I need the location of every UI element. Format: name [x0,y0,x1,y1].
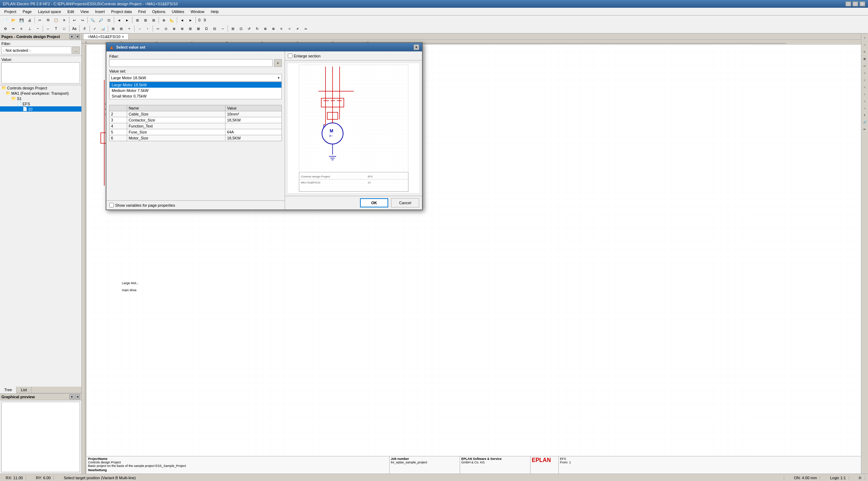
menu-window[interactable]: Window [188,9,207,14]
rs-btn-5[interactable]: ∾ [862,63,868,69]
tb-extra2[interactable]: ⊡ [237,25,245,32]
tb-arrow2[interactable]: ↑ [144,25,151,32]
tb-cross-ref[interactable]: ↔ [44,25,52,32]
tb-measure[interactable]: 📐 [168,16,176,24]
tb-arrow1[interactable]: → [136,25,143,32]
tb-grid3[interactable]: ⊞ [150,16,157,24]
tb-potential[interactable]: ⊥ [26,25,33,32]
dropdown-item-large-motor[interactable]: Large Motor 18.5kW [110,82,281,88]
tb-prev-page[interactable]: ◄ [178,16,186,24]
tb-grid1[interactable]: ⊞ [134,16,141,24]
tb-zoom-out[interactable]: 🔎 [97,16,105,24]
tb-sym6[interactable]: ⊠ [194,25,202,32]
tb-wire[interactable]: ━ [10,25,17,32]
rs-btn-9[interactable]: ○ [862,91,868,97]
maximize-button[interactable]: □ [852,1,858,6]
rs-btn-2[interactable]: ↔ [862,42,868,48]
tb-left[interactable]: ◄ [115,16,123,24]
filter-select[interactable]: - Not activated - [1,46,72,54]
menu-layout-space[interactable]: Layout space [35,9,64,14]
tb-print[interactable]: 🖨 [26,16,33,24]
enlarge-section-checkbox[interactable] [288,54,292,58]
menu-edit[interactable]: Edit [64,9,77,14]
rs-btn-7[interactable]: ○ [862,77,868,83]
dialog-close-btn[interactable]: × [414,44,419,50]
tab-tree[interactable]: Tree [0,387,17,393]
dropdown-item-small-motor[interactable]: Small Motor 0.75kW [110,93,281,99]
tree-item-ma1[interactable]: 📁 MA1 (Feed workpiece: Transport) [0,90,81,96]
tb-extra5[interactable]: ⊕ [261,25,269,32]
show-variables-checkbox[interactable] [109,203,114,207]
menu-utilities[interactable]: Utilities [169,9,187,14]
tree-item-efs[interactable]: 📄 EFS [0,101,81,106]
rs-btn-13[interactable]: 🔗 [862,119,868,125]
filter-options-btn[interactable]: … [72,46,80,54]
tb-paste[interactable]: 📋 [52,16,60,24]
menu-find[interactable]: Find [135,9,148,14]
tb-sym8[interactable]: ⊟ [211,25,218,32]
tb-new[interactable]: 📄 [1,16,9,24]
tb-zoom-fit[interactable]: ⊡ [105,16,113,24]
dialog-filter-input[interactable] [109,59,273,67]
tb-extra9[interactable]: ≠ [294,25,302,32]
tb-text[interactable]: T [52,25,60,32]
tb-add1[interactable]: + [125,25,133,32]
tb-signal[interactable]: ~ [34,25,42,32]
tb-extra6[interactable]: ⊗ [269,25,277,32]
tb-check[interactable]: ✓ [91,25,99,32]
tb-sym9[interactable]: ∼ [219,25,227,32]
cancel-button[interactable]: Cancel [391,198,419,207]
menu-view[interactable]: View [78,9,92,14]
rs-btn-14[interactable]: ✏ [862,126,868,132]
page-tab-efs10[interactable]: =MA1+S1&EFS/10 × [83,33,129,39]
page-tab-close[interactable]: × [122,35,124,39]
tb-extra4[interactable]: ↻ [253,25,261,32]
menu-project[interactable]: Project [1,9,19,14]
rs-btn-8[interactable]: ○ [862,84,868,90]
tb-redo[interactable]: ↪ [79,16,86,24]
minimize-button[interactable]: ─ [845,1,851,6]
tb-delete[interactable]: ✕ [60,16,68,24]
tb-sym2[interactable]: ⊙ [162,25,170,32]
tb-next-page[interactable]: ► [187,16,194,24]
tb-extra8[interactable]: ≈ [286,25,293,32]
rs-btn-11[interactable]: ○ [862,105,868,111]
rs-btn-3[interactable]: ↖ [862,49,868,55]
tb-sym5[interactable]: ⊞ [186,25,194,32]
tab-list[interactable]: List [17,387,31,393]
tb-save[interactable]: 💾 [18,16,25,24]
menu-options[interactable]: Options [149,9,168,14]
tb-copy[interactable]: ⧉ [44,16,52,24]
tb-sym4[interactable]: ⊕ [178,25,186,32]
menu-help[interactable]: Help [208,9,222,14]
tb-sym7[interactable]: Ω [203,25,210,32]
rs-btn-6[interactable]: ○ [862,70,868,76]
tb-sym3[interactable]: ⊗ [170,25,178,32]
tree-item-10[interactable]: 📄 10 [0,106,81,112]
panel-close-btn[interactable]: ✕ [75,34,80,39]
tb-box[interactable]: □ [60,25,68,32]
tb-extra3[interactable]: ↺ [245,25,253,32]
menu-project-data[interactable]: Project data [108,9,135,14]
ok-button[interactable]: OK [360,198,388,207]
tb-grid2[interactable]: ⊞ [142,16,149,24]
tb-cut[interactable]: ✂ [36,16,44,24]
tb-extra1[interactable]: ⊞ [229,25,237,32]
preview-close-btn[interactable]: ✕ [75,394,80,399]
tb-report[interactable]: 📊 [99,25,107,32]
dialog-value-set-dropdown[interactable]: Large Motor 18.5kW ▼ [109,74,282,82]
tb-extra10[interactable]: ∞ [302,25,310,32]
tree-item-s1[interactable]: 📁 S1 [0,96,81,101]
tb-numbering[interactable]: # [81,25,88,32]
tb-open[interactable]: 📂 [10,16,17,24]
dropdown-item-medium-motor[interactable]: Medium Motor 7.5kW [110,88,281,93]
rs-btn-4[interactable]: ⊞ [862,56,868,62]
rs-btn-10[interactable]: ○ [862,98,868,104]
close-button[interactable]: ✕ [860,1,865,6]
tb-attr[interactable]: Aa [70,25,78,32]
preview-dropdown-btn[interactable]: ▼ [69,394,74,399]
tb-extra7[interactable]: ≡ [278,25,285,32]
rs-btn-12[interactable]: T [862,112,868,118]
tb-bus[interactable]: ⊞ [109,25,117,32]
rs-btn-1[interactable]: ↕ [862,35,868,40]
